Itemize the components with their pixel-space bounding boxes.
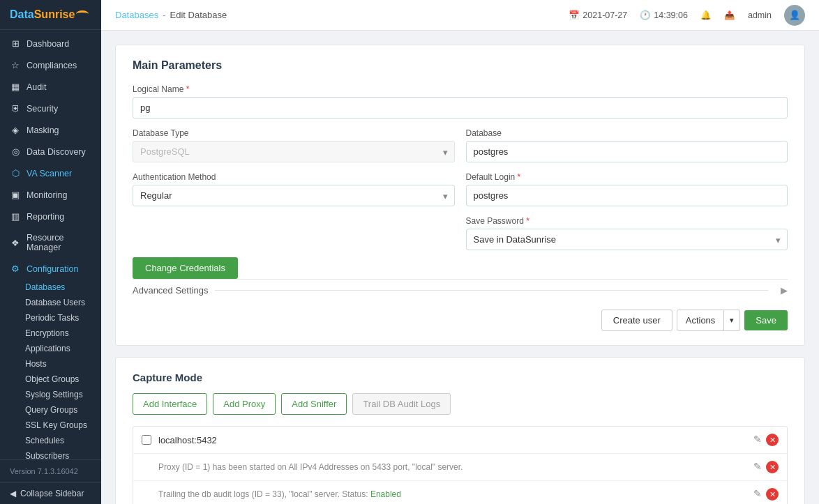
header-time-value: 14:39:06 [654, 10, 688, 20]
sidebar-item-label-resource-manager: Resource Manager [27, 233, 91, 252]
default-login-group: Default Login * [466, 172, 788, 206]
database-type-select-wrapper: PostgreSQL [133, 141, 455, 162]
auth-method-label: Authentication Method [133, 172, 455, 182]
delete-icon-3[interactable]: ✕ [766, 488, 779, 501]
header-date: 📅 2021-07-27 [569, 10, 627, 20]
create-user-button[interactable]: Create user [601, 310, 673, 331]
subnav-syslog-settings[interactable]: Syslog Settings [10, 387, 101, 402]
database-group: Database [466, 128, 788, 162]
sidebar-item-label-compliances: Compliances [27, 61, 77, 70]
logical-name-required: * [186, 84, 190, 94]
breadcrumb-separator: - [163, 10, 165, 20]
notifications-icon[interactable]: 🔔 [700, 10, 712, 20]
capture-list-item: localhost:5432 ✎ ✕ [133, 427, 787, 454]
sidebar-item-resource-manager[interactable]: ❖ Resource Manager [0, 227, 101, 258]
subnav-encryptions[interactable]: Encryptions [10, 326, 101, 341]
capture-item-text-2: Proxy (ID = 1) has been started on All I… [142, 462, 746, 472]
sidebar-item-reporting[interactable]: ▥ Reporting [0, 206, 101, 227]
default-login-input[interactable] [466, 185, 788, 206]
content-area: Main Parameters Logical Name * Database … [101, 31, 819, 504]
sidebar-item-label-reporting: Reporting [27, 212, 64, 222]
breadcrumb: Databases - Edit Database [115, 10, 227, 20]
logical-name-label: Logical Name * [133, 84, 788, 94]
upload-icon[interactable]: 📤 [724, 10, 735, 20]
capture-item-actions-3: ✎ ✕ [753, 488, 779, 501]
subnav-schedules[interactable]: Schedules [10, 433, 101, 448]
subnav-query-groups[interactable]: Query Groups [10, 402, 101, 418]
logical-name-group: Logical Name * [133, 84, 788, 119]
logo: DataSunrise [0, 0, 101, 30]
sidebar-version: Version 7.1.3.16042 [0, 459, 101, 482]
subnav-hosts[interactable]: Hosts [10, 356, 101, 372]
save-password-select-wrapper: Save in DataSunrise [466, 229, 788, 250]
sidebar-item-label-dashboard: Dashboard [27, 39, 69, 49]
add-sniffer-button[interactable]: Add Sniffer [281, 393, 347, 415]
masking-icon: ◈ [10, 125, 21, 135]
delete-icon-2[interactable]: ✕ [766, 461, 779, 473]
sidebar-item-compliances[interactable]: ☆ Compliances [0, 54, 101, 76]
reporting-icon: ▥ [10, 211, 21, 222]
capture-item-actions-1: ✎ ✕ [753, 434, 779, 446]
subnav-periodic-tasks[interactable]: Periodic Tasks [10, 310, 101, 326]
header-right: 📅 2021-07-27 🕐 14:39:06 🔔 📤 admin 👤 [569, 5, 805, 26]
collapse-sidebar-button[interactable]: ◀ Collapse Sidebar [0, 482, 101, 504]
sidebar-item-masking[interactable]: ◈ Masking [0, 119, 101, 141]
actions-button[interactable]: Actions [677, 310, 725, 331]
auth-method-select[interactable]: Regular [133, 185, 455, 206]
save-password-group: Save Password * Save in DataSunrise [460, 216, 788, 250]
dashboard-icon: ⊞ [10, 38, 21, 49]
auth-login-row: Authentication Method Regular Default Lo… [133, 172, 788, 206]
avatar[interactable]: 👤 [784, 5, 805, 26]
save-button[interactable]: Save [744, 310, 788, 330]
audit-icon: ▦ [10, 82, 21, 92]
subnav-subscribers[interactable]: Subscribers [10, 448, 101, 459]
database-input[interactable] [466, 141, 788, 162]
change-credentials-button[interactable]: Change Credentials [133, 257, 238, 279]
capture-item-checkbox-1[interactable] [142, 435, 151, 445]
sidebar-item-label-va-scanner: VA Scanner [27, 169, 72, 178]
sidebar-item-audit[interactable]: ▦ Audit [0, 76, 101, 98]
trail-db-audit-logs-button[interactable]: Trail DB Audit Logs [352, 393, 451, 415]
capture-list: localhost:5432 ✎ ✕ Proxy (ID = 1) has be… [133, 426, 788, 504]
subnav-applications[interactable]: Applications [10, 341, 101, 356]
sidebar-item-label-masking: Masking [27, 125, 59, 135]
subnav-database-users[interactable]: Database Users [10, 295, 101, 310]
sidebar-item-monitoring[interactable]: ▣ Monitoring [0, 184, 101, 206]
sidebar-item-configuration[interactable]: ⚙ Configuration [0, 258, 101, 280]
edit-icon-3[interactable]: ✎ [753, 488, 762, 501]
va-scanner-icon: ⬡ [10, 168, 21, 178]
save-password-select[interactable]: Save in DataSunrise [466, 229, 788, 250]
add-interface-button[interactable]: Add Interface [133, 393, 207, 415]
actions-chevron-button[interactable]: ▾ [724, 310, 740, 331]
subnav-object-groups[interactable]: Object Groups [10, 372, 101, 387]
main-content: Databases - Edit Database 📅 2021-07-27 🕐… [101, 0, 819, 504]
edit-icon-2[interactable]: ✎ [753, 461, 762, 473]
capture-btn-row: Add Interface Add Proxy Add Sniffer Trai… [133, 393, 788, 415]
capture-item-actions-2: ✎ ✕ [753, 461, 779, 473]
configuration-subnav: Databases Database Users Periodic Tasks … [0, 280, 101, 459]
configuration-icon: ⚙ [10, 264, 21, 274]
main-parameters-title: Main Parameters [133, 59, 788, 72]
logical-name-input[interactable] [133, 97, 788, 119]
advanced-settings-chevron-icon[interactable]: ▶ [781, 285, 788, 296]
sidebar-item-label-security: Security [27, 104, 58, 114]
add-proxy-button[interactable]: Add Proxy [213, 393, 276, 415]
subnav-ssl-key-groups[interactable]: SSL Key Groups [10, 418, 101, 433]
save-password-label: Save Password * [466, 216, 788, 226]
delete-icon-1[interactable]: ✕ [766, 434, 779, 446]
sidebar-item-label-monitoring: Monitoring [27, 190, 67, 200]
subnav-databases[interactable]: Databases [10, 280, 101, 295]
compliances-icon: ☆ [10, 60, 21, 70]
sidebar-item-va-scanner[interactable]: ⬡ VA Scanner [0, 162, 101, 184]
sidebar-item-dashboard[interactable]: ⊞ Dashboard [0, 33, 101, 54]
breadcrumb-databases-link[interactable]: Databases [115, 10, 158, 20]
edit-icon-1[interactable]: ✎ [753, 434, 762, 446]
database-type-select[interactable]: PostgreSQL [133, 141, 455, 162]
security-icon: ⛨ [10, 103, 21, 114]
monitoring-icon: ▣ [10, 190, 21, 200]
header-username: admin [748, 10, 772, 20]
sidebar-item-data-discovery[interactable]: ◎ Data Discovery [0, 141, 101, 162]
resource-manager-icon: ❖ [10, 238, 21, 248]
database-type-label: Database Type [133, 128, 455, 138]
sidebar-item-security[interactable]: ⛨ Security [0, 98, 101, 119]
